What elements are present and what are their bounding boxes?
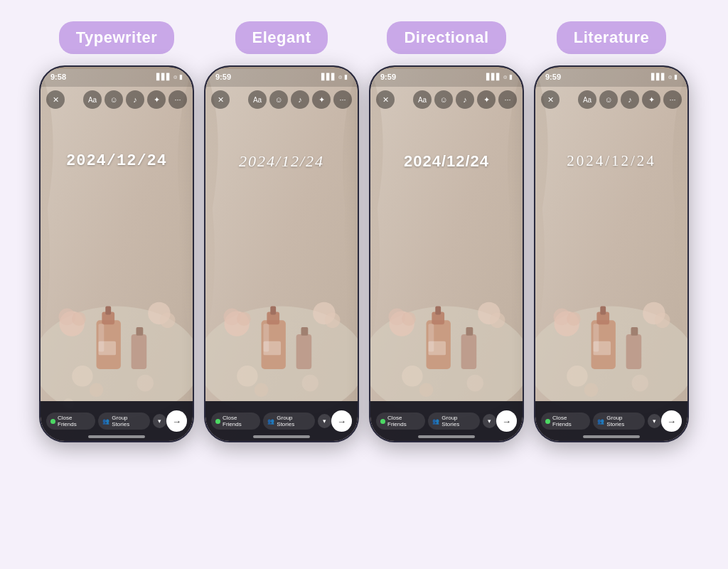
svg-point-37 xyxy=(402,366,422,386)
status-icons-1: ▋▋▋ ⌾ ▮ xyxy=(156,73,183,80)
more-btn-3[interactable]: ··· xyxy=(498,90,517,109)
status-icons-2: ▋▋▋ ⌾ ▮ xyxy=(321,73,348,80)
chevron-btn-2[interactable]: ▾ xyxy=(318,414,331,428)
close-btn-3[interactable]: ✕ xyxy=(376,90,395,109)
close-btn-2[interactable]: ✕ xyxy=(211,90,230,109)
text-btn-1[interactable]: Aa xyxy=(83,90,102,109)
text-btn-4[interactable]: Aa xyxy=(578,90,596,109)
green-dot-1 xyxy=(50,419,55,424)
sticker-btn-3[interactable]: ☺ xyxy=(434,90,453,109)
close-btn-1[interactable]: ✕ xyxy=(46,90,65,109)
bottom-left-2: Close Friends 👥 Group Stories ▾ xyxy=(211,413,331,430)
close-btn-4[interactable]: ✕ xyxy=(541,90,560,109)
status-time-4: 9:59 xyxy=(545,73,561,81)
svg-rect-42 xyxy=(435,307,441,315)
home-indicator-3 xyxy=(418,435,475,438)
group-stories-tag-4[interactable]: 👥 Group Stories xyxy=(593,413,644,430)
phone-frame-typewriter: 9:58 ▋▋▋ ⌾ ▮ ✕ Aa ☺ ♪ xyxy=(39,65,194,442)
chevron-btn-4[interactable]: ▾ xyxy=(648,414,661,428)
close-friends-tag-4[interactable]: Close Friends xyxy=(541,413,590,430)
green-dot-3 xyxy=(380,419,385,424)
svg-rect-25 xyxy=(270,307,276,315)
more-btn-1[interactable]: ··· xyxy=(168,90,187,109)
green-dot-4 xyxy=(545,419,550,424)
sticker-btn-4[interactable]: ☺ xyxy=(599,90,618,109)
svg-point-22 xyxy=(301,375,318,392)
more-btn-4[interactable]: ··· xyxy=(663,90,682,109)
chevron-btn-3[interactable]: ▾ xyxy=(483,414,496,428)
svg-rect-63 xyxy=(631,327,638,336)
date-text-3: 2024/12/24 xyxy=(370,152,523,171)
music-btn-2[interactable]: ♪ xyxy=(291,90,309,109)
close-friends-tag-3[interactable]: Close Friends xyxy=(376,413,425,430)
svg-point-3 xyxy=(90,383,104,398)
signal-icon-3: ▋▋▋ xyxy=(486,73,501,80)
home-indicator-4 xyxy=(583,435,640,438)
people-icon-1: 👥 xyxy=(102,418,109,425)
svg-point-68 xyxy=(655,312,670,328)
svg-point-2 xyxy=(72,366,92,386)
sticker-btn-1[interactable]: ☺ xyxy=(105,90,123,109)
svg-rect-46 xyxy=(466,327,473,336)
svg-point-51 xyxy=(490,312,505,328)
status-bar-1: 9:58 ▋▋▋ ⌾ ▮ xyxy=(41,67,193,87)
toolbar-4: ✕ Aa ☺ ♪ ✦ ··· xyxy=(535,87,687,112)
sticker-btn-2[interactable]: ☺ xyxy=(269,90,288,109)
send-btn-2[interactable]: → xyxy=(331,410,352,432)
home-indicator-2 xyxy=(253,435,310,438)
group-stories-label-3: Group Stories xyxy=(441,415,475,427)
date-elegant: 2024/12/24 xyxy=(239,152,324,170)
battery-icon-2: ▮ xyxy=(344,73,348,80)
bottom-left-3: Close Friends 👥 Group Stories ▾ xyxy=(376,413,496,430)
phone-column-literature: Literature xyxy=(534,21,689,442)
people-icon-2: 👥 xyxy=(267,418,274,425)
date-text-4: 2024/12/24 xyxy=(535,152,687,170)
group-stories-tag-1[interactable]: 👥 Group Stories xyxy=(98,413,149,430)
music-btn-4[interactable]: ♪ xyxy=(621,90,639,109)
date-typewriter: 2024/12/24 xyxy=(66,152,167,170)
text-btn-2[interactable]: Aa xyxy=(248,90,267,109)
svg-rect-27 xyxy=(263,341,281,356)
sparkle-btn-3[interactable]: ✦ xyxy=(477,90,496,109)
svg-point-15 xyxy=(72,312,86,326)
sparkle-btn-1[interactable]: ✦ xyxy=(147,90,166,109)
send-btn-4[interactable]: → xyxy=(661,410,682,432)
music-btn-3[interactable]: ♪ xyxy=(456,90,474,109)
svg-point-34 xyxy=(325,312,341,328)
svg-rect-45 xyxy=(461,334,477,369)
toolbar-right-3: Aa ☺ ♪ ✦ ··· xyxy=(413,90,517,109)
music-btn-1[interactable]: ♪ xyxy=(126,90,144,109)
status-bar-2: 9:59 ▋▋▋ ⌾ ▮ xyxy=(205,67,358,87)
group-stories-tag-2[interactable]: 👥 Group Stories xyxy=(263,413,314,430)
label-directional: Directional xyxy=(387,21,505,54)
svg-rect-11 xyxy=(132,334,147,369)
more-btn-2[interactable]: ··· xyxy=(333,90,352,109)
people-icon-4: 👥 xyxy=(597,418,604,425)
signal-icon-4: ▋▋▋ xyxy=(651,73,666,80)
svg-rect-8 xyxy=(105,307,111,315)
sparkle-btn-2[interactable]: ✦ xyxy=(312,90,331,109)
page-container: Typewriter xyxy=(0,0,728,569)
svg-point-20 xyxy=(237,366,257,386)
close-friends-tag-2[interactable]: Close Friends xyxy=(211,413,260,430)
signal-icon-1: ▋▋▋ xyxy=(156,73,171,80)
toolbar-right-1: Aa ☺ ♪ ✦ ··· xyxy=(83,90,187,109)
chevron-btn-1[interactable]: ▾ xyxy=(153,414,166,428)
svg-point-32 xyxy=(237,312,251,326)
signal-icon-2: ▋▋▋ xyxy=(321,73,336,80)
bottom-left-4: Close Friends 👥 Group Stories ▾ xyxy=(541,413,661,430)
sparkle-btn-4[interactable]: ✦ xyxy=(642,90,660,109)
send-btn-1[interactable]: → xyxy=(166,410,187,432)
group-stories-tag-3[interactable]: 👥 Group Stories xyxy=(428,413,479,430)
toolbar-2: ✕ Aa ☺ ♪ ✦ ··· xyxy=(205,87,358,112)
phone-screen-directional: 9:59 ▋▋▋ ⌾ ▮ ✕ Aa ☺ ♪ ✦ xyxy=(370,67,523,441)
label-typewriter: Typewriter xyxy=(59,21,175,54)
send-btn-3[interactable]: → xyxy=(496,410,517,432)
svg-point-4 xyxy=(136,375,154,392)
svg-point-54 xyxy=(567,366,587,386)
phone-screen-literature: 9:59 ▋▋▋ ⌾ ▮ ✕ Aa ☺ ♪ ✦ xyxy=(535,67,687,441)
group-stories-label-4: Group Stories xyxy=(606,415,640,427)
text-btn-3[interactable]: Aa xyxy=(413,90,432,109)
close-friends-tag-1[interactable]: Close Friends xyxy=(46,413,95,430)
svg-rect-28 xyxy=(296,334,312,369)
